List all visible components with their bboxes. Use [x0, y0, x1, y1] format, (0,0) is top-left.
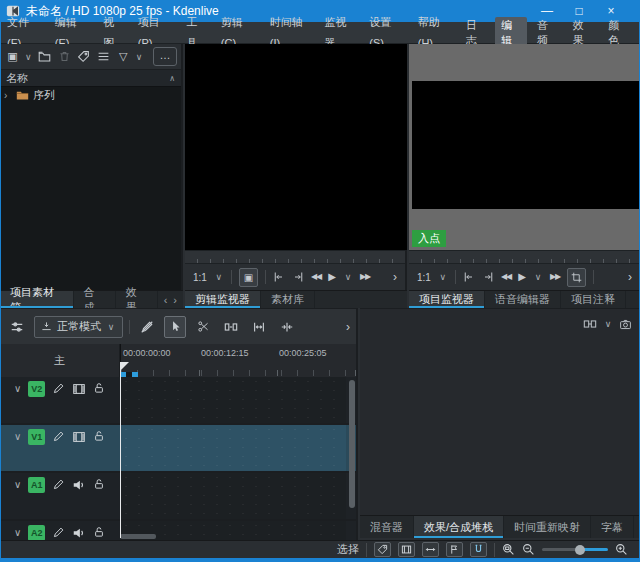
add-clip-button[interactable]: ▣	[4, 48, 21, 66]
sort-ascending-icon[interactable]: ∧	[169, 74, 175, 83]
timeline-ruler[interactable]: 00:00:00:00 00:00:12:15 00:00:25:05 00:	[120, 344, 358, 377]
add-clip-dropdown-icon[interactable]: ∨	[24, 52, 33, 62]
track-head-a2[interactable]: ∨ A2	[0, 521, 119, 540]
proj-zoom-dropdown-icon[interactable]: ∨	[438, 272, 448, 282]
play-dropdown-icon[interactable]: ∨	[343, 272, 353, 282]
ripple-tool-button[interactable]	[276, 316, 298, 338]
clip-monitor-zoombar-button[interactable]: ▣	[239, 268, 258, 287]
play-dropdown-icon[interactable]: ∨	[533, 272, 543, 282]
tab-project-bin[interactable]: 项目素材箱	[0, 291, 74, 308]
tab-time-remap[interactable]: 时间重新映射	[504, 516, 591, 538]
mix-clips-button[interactable]	[136, 316, 158, 338]
trim-tool-button[interactable]	[567, 268, 586, 287]
compare-effect-button[interactable]	[583, 317, 597, 331]
save-effect-stack-button[interactable]	[619, 318, 632, 331]
hide-video-icon[interactable]	[72, 430, 86, 444]
razor-tool-button[interactable]	[192, 316, 214, 338]
filter-dropdown-icon[interactable]: ∨	[135, 52, 144, 62]
clip-zoom-level[interactable]: 1:1	[193, 272, 207, 283]
tag-button[interactable]	[75, 48, 92, 66]
compare-dropdown-icon[interactable]: ∨	[603, 319, 613, 329]
track-lane-a1[interactable]	[120, 473, 346, 519]
collapse-track-icon[interactable]: ∨	[14, 383, 21, 394]
mute-track-icon[interactable]	[72, 478, 86, 492]
hide-video-icon[interactable]	[72, 382, 86, 396]
tab-library[interactable]: 素材库	[261, 291, 315, 308]
mute-track-icon[interactable]	[72, 526, 86, 540]
project-monitor-seek-ruler[interactable]	[409, 250, 640, 263]
play-button[interactable]: ▶	[328, 272, 336, 282]
track-edit-icon[interactable]	[52, 526, 65, 539]
tab-scroll-left-icon[interactable]: ‹	[164, 294, 168, 306]
tab-scroll-right-icon[interactable]: ›	[173, 294, 177, 306]
set-zone-in-button[interactable]	[463, 271, 475, 283]
bin-item-sequences-folder[interactable]: › 序列	[0, 87, 181, 103]
bin-menu-button[interactable]	[95, 48, 112, 66]
tab-project-notes[interactable]: 项目注释	[561, 291, 626, 308]
track-badge[interactable]: V1	[28, 429, 45, 445]
bin-overflow-button[interactable]: …	[153, 47, 177, 66]
tab-project-monitor[interactable]: 项目监视器	[409, 291, 485, 308]
set-zone-out-button[interactable]	[292, 271, 304, 283]
playhead-flag[interactable]	[120, 362, 129, 371]
lock-track-icon[interactable]	[93, 430, 105, 442]
clip-toolbar-expand-icon[interactable]: ›	[393, 270, 397, 284]
track-row-a1[interactable]: ∨ A1	[0, 473, 358, 519]
tab-speech-editor[interactable]: 语音编辑器	[485, 291, 561, 308]
clip-zoom-dropdown-icon[interactable]: ∨	[214, 272, 224, 282]
show-audio-thumbnails-toggle[interactable]	[422, 542, 439, 557]
play-button[interactable]: ▶	[518, 272, 526, 282]
zoom-fit-button[interactable]	[502, 543, 515, 556]
forward-button[interactable]: ▶▶	[360, 273, 370, 281]
track-edit-icon[interactable]	[52, 478, 65, 491]
bin-column-header[interactable]: 名称 ∧	[0, 70, 181, 87]
filter-button[interactable]: ▽	[115, 48, 132, 66]
timeline-toolbar-expand-icon[interactable]: ›	[346, 320, 350, 334]
track-badge[interactable]: A1	[28, 477, 45, 493]
tab-compositions[interactable]: 合成	[74, 291, 116, 308]
timeline-vertical-scrollbar[interactable]	[349, 380, 355, 508]
tab-effects[interactable]: 效果	[116, 291, 158, 308]
tab-audio-mixer[interactable]: 混音器	[360, 516, 414, 538]
zoom-in-button[interactable]	[615, 543, 628, 556]
tab-clip-monitor[interactable]: 剪辑监视器	[185, 291, 261, 308]
snap-toggle[interactable]	[470, 542, 487, 557]
show-markers-toggle[interactable]	[446, 542, 463, 557]
tab-effect-stack[interactable]: 效果/合成堆栈	[414, 516, 504, 538]
zoom-out-button[interactable]	[522, 543, 535, 556]
tree-expander-icon[interactable]: ›	[4, 90, 12, 101]
clip-monitor-video-area[interactable]	[185, 44, 407, 250]
track-row-v1[interactable]: ∨ V1	[0, 425, 358, 471]
forward-button[interactable]: ▶▶	[550, 273, 560, 281]
track-head-v1[interactable]: ∨ V1	[0, 425, 119, 471]
rewind-button[interactable]: ◀◀	[501, 273, 511, 281]
track-row-a2[interactable]: ∨ A2	[0, 521, 358, 540]
lock-track-icon[interactable]	[93, 526, 105, 538]
track-edit-icon[interactable]	[52, 430, 65, 443]
collapse-track-icon[interactable]: ∨	[14, 431, 21, 442]
clip-monitor-seek-ruler[interactable]	[185, 250, 405, 263]
show-tags-toggle[interactable]	[374, 542, 391, 557]
track-badge[interactable]: V2	[28, 381, 45, 397]
proj-toolbar-expand-icon[interactable]: ›	[628, 270, 632, 284]
master-track-button[interactable]: 主	[0, 344, 119, 377]
show-video-thumbnails-toggle[interactable]	[398, 542, 415, 557]
set-zone-out-button[interactable]	[482, 271, 494, 283]
spacer-tool-button[interactable]	[220, 316, 242, 338]
track-lane-v2[interactable]	[120, 377, 346, 423]
collapse-track-icon[interactable]: ∨	[14, 527, 21, 538]
track-lane-v1[interactable]	[120, 425, 346, 471]
zoom-slider-handle[interactable]	[575, 545, 585, 555]
project-monitor-video-area[interactable]	[412, 81, 640, 209]
audio-mixer-toggle-button[interactable]	[6, 316, 28, 338]
edit-mode-dropdown[interactable]: 正常模式 ∨	[34, 316, 123, 338]
proj-zoom-level[interactable]: 1:1	[417, 272, 431, 283]
timeline-zoom-slider[interactable]	[542, 544, 608, 556]
delete-button[interactable]	[56, 48, 73, 66]
collapse-track-icon[interactable]: ∨	[14, 479, 21, 490]
track-edit-icon[interactable]	[52, 382, 65, 395]
track-head-a1[interactable]: ∨ A1	[0, 473, 119, 519]
create-folder-button[interactable]	[36, 48, 53, 66]
timeline-horizontal-scrollbar[interactable]	[120, 534, 156, 539]
lift-zone-button[interactable]	[248, 316, 270, 338]
